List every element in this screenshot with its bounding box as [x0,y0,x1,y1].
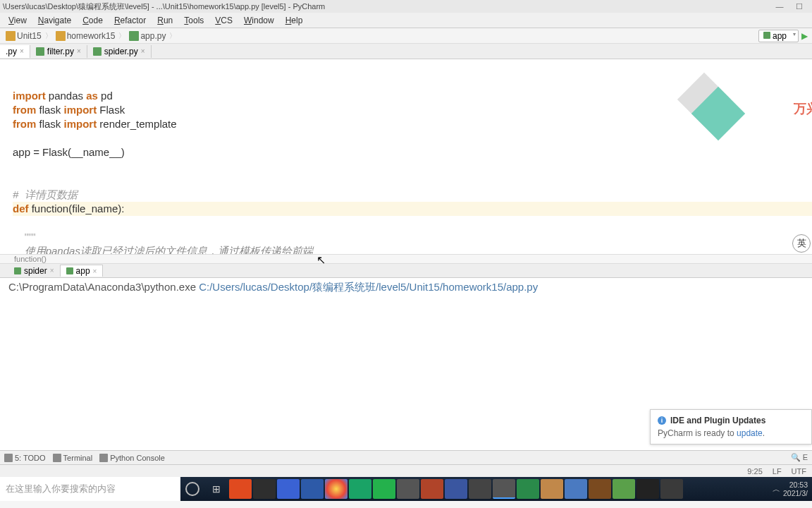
find-icon[interactable]: 🔍 E [791,453,808,462]
menu-run[interactable]: Run [152,14,178,27]
todo-icon [4,454,13,462]
code-line: # 详情页数据 [13,188,78,200]
menu-help[interactable]: Help [280,14,309,27]
menu-code[interactable]: Code [77,14,109,27]
run-play-icon[interactable]: ▶ [801,31,808,41]
code-line: app = Flask(__name__) [13,146,125,158]
taskbar-app[interactable] [349,479,371,499]
console-output: C:\ProgramData\Anaconda3\python.exe [8,281,199,293]
watermark-logo: 万兴 [678,80,812,151]
tab-current-py[interactable]: .py× [0,45,30,58]
close-icon[interactable]: × [93,267,97,275]
folder-icon [56,31,66,41]
python-file-icon [129,31,139,41]
code-line: import pandas as pd [13,90,113,102]
folder-icon [6,31,16,41]
maximize-button[interactable]: ☐ [789,2,809,11]
code-line: """ [13,231,36,243]
close-icon[interactable]: × [50,267,54,274]
taskbar-app[interactable] [229,479,252,499]
taskbar-app[interactable] [565,479,587,499]
taskbar-app[interactable] [660,479,683,499]
menu-refactor[interactable]: Refactor [109,14,152,27]
breadcrumb-bar: Unit15 〉 homework15 〉 app.py 〉 app ▶ [0,28,812,44]
console-output: C:/Users/lucas/Desktop/猿编程系统班/level5/Uni… [199,281,538,293]
crumb-homework15[interactable]: homework15 [54,31,117,41]
tool-window-tabs: spider× app× [0,264,812,278]
crumb-unit15[interactable]: Unit15 [4,31,43,41]
run-console[interactable]: C:\ProgramData\Anaconda3\python.exe C:/U… [0,278,812,450]
code-editor[interactable]: 万兴 英 🔍 📋 import pandas as pd from flask … [0,59,812,254]
taskbar-app[interactable] [397,479,419,499]
chevron-right-icon: 〉 [167,31,178,41]
windows-taskbar: 在这里输入你要搜索的内容 ⊞ ︿ 20:53 2021/3/ [0,477,812,501]
menu-tools[interactable]: Tools [178,14,209,27]
editor-tabs: .py× filter.py× spider.py× [0,44,812,59]
crumb-app-py[interactable]: app.py [128,31,167,41]
taskbar-app[interactable] [253,479,276,499]
editor-context-path[interactable]: function() [0,254,812,264]
taskbar-app[interactable] [589,479,611,499]
titlebar: \Users\lucas\Desktop\猿编程系统班\level5] - ..… [0,0,812,13]
tab-filter-py[interactable]: filter.py× [30,45,87,58]
window-title: \Users\lucas\Desktop\猿编程系统班\level5] - ..… [3,1,325,12]
python-file-icon [93,47,102,56]
menu-vcs[interactable]: VCS [209,14,238,27]
file-encoding[interactable]: UTF [792,467,806,476]
notification-title: IDE and Plugin Updates [670,416,765,425]
taskbar-app[interactable] [469,479,491,499]
python-file-icon [14,267,21,274]
tab-spider-py[interactable]: spider.py× [87,45,152,58]
translate-icon[interactable]: 英 [792,234,811,253]
code-line: 使用pandas读取已经过滤后的文件信息，通过模板传递给前端 [13,245,313,254]
menu-window[interactable]: Window [238,14,280,27]
code-line: from flask import render_template [13,118,177,130]
taskbar-app[interactable] [541,479,563,499]
python-console-tool-button[interactable]: Python Console [99,454,165,462]
bottom-tool-bar: 5: TODO Terminal Python Console 🔍 E [0,450,812,464]
todo-tool-button[interactable]: 5: TODO [4,454,46,462]
close-icon[interactable]: × [20,47,24,55]
tool-tab-spider[interactable]: spider× [8,265,60,277]
taskbar-app[interactable] [613,479,635,499]
taskbar-app[interactable] [301,479,324,499]
taskbar-clock[interactable]: 20:53 2021/3/ [783,480,808,497]
system-tray[interactable]: ︿ 20:53 2021/3/ [768,477,812,501]
taskbar-wechat[interactable] [373,479,395,499]
python-file-icon [763,32,770,39]
line-separator[interactable]: LF [773,467,782,476]
terminal-tool-button[interactable]: Terminal [53,454,93,462]
terminal-icon [53,454,61,462]
windows-search-box[interactable]: 在这里输入你要搜索的内容 [0,477,180,501]
tool-tab-app[interactable]: app× [60,265,104,277]
cortana-icon[interactable] [180,477,204,501]
chevron-right-icon: 〉 [116,31,128,41]
update-link[interactable]: update [737,428,763,438]
notification-popup: iIDE and Plugin Updates PyCharm is ready… [650,409,812,445]
tray-chevron-up[interactable]: ︿ [773,484,780,495]
taskbar-app[interactable] [517,479,539,499]
taskbar-app[interactable] [421,479,443,499]
menu-navigate[interactable]: Navigate [32,14,77,27]
taskbar-app[interactable] [277,479,300,499]
code-line-current: def function(file_name): [13,202,812,216]
menubar: View Navigate Code Refactor Run Tools VC… [0,13,812,28]
info-icon: i [658,416,666,425]
code-line: from flask import Flask [13,104,125,116]
taskbar-app[interactable] [445,479,467,499]
minimize-button[interactable]: — [770,2,789,11]
code-line [13,160,16,172]
menu-view[interactable]: View [3,14,32,27]
code-line [13,174,16,186]
status-bar: 9:25 LF UTF [0,464,812,477]
run-config-selector[interactable]: app [758,30,799,42]
taskbar-chrome[interactable] [325,479,347,499]
taskbar-pycharm[interactable] [493,479,515,499]
task-view-icon[interactable]: ⊞ [204,477,228,501]
close-icon[interactable]: × [141,47,145,55]
chevron-right-icon: 〉 [43,31,54,41]
taskbar-app[interactable] [636,479,659,499]
python-icon [99,454,108,462]
cursor-position[interactable]: 9:25 [747,467,762,476]
close-icon[interactable]: × [77,47,81,55]
